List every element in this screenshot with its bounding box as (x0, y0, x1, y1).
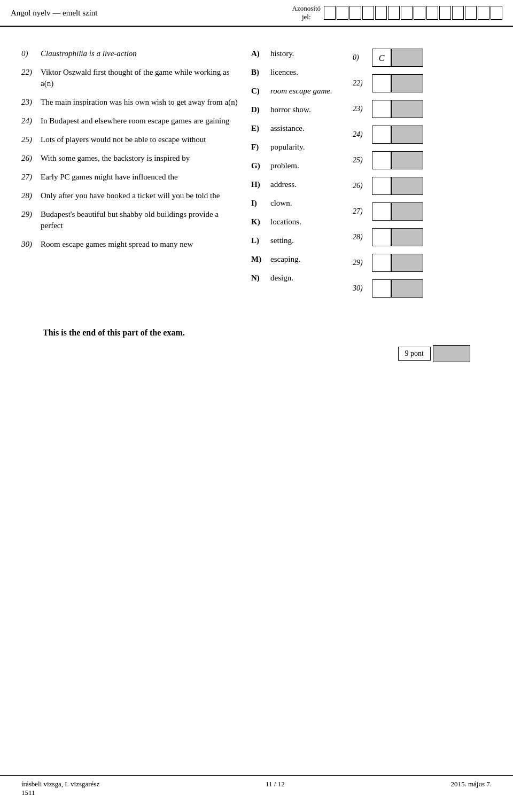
a-text-B: licences. (270, 67, 353, 78)
answer-C: C) room escape game. (251, 85, 353, 97)
answer-boxes-column: 0) C 22) 23) 24) (353, 48, 438, 301)
id-box[interactable] (478, 6, 489, 20)
answer-box-row-24: 24) (353, 125, 438, 144)
question-25: 25) Lots of players would not be able to… (21, 134, 240, 145)
q-text-22: Viktor Oszwald first thought of the game… (41, 67, 240, 89)
answer-box-22[interactable] (372, 74, 391, 92)
id-section: Azonosító jel: (292, 4, 502, 21)
score-gray-box (433, 345, 470, 362)
q-text-28: Only after you have booked a ticket will… (41, 190, 240, 201)
id-box[interactable] (465, 6, 477, 20)
answer-box-label-26: 26) (353, 182, 372, 190)
a-letter-A: A) (251, 48, 270, 59)
answer-G: G) problem. (251, 160, 353, 171)
questions-area: 0) Claustrophilia is a live-action 22) V… (21, 48, 492, 301)
question-0: 0) Claustrophilia is a live-action (21, 48, 240, 59)
id-box[interactable] (491, 6, 502, 20)
answer-box-row-28: 28) (353, 228, 438, 247)
a-letter-K: K) (251, 216, 270, 228)
footer-center: 11 / 12 (266, 780, 285, 797)
header: Angol nyelv — emelt szint Azonosító jel: (0, 0, 513, 27)
answer-box-23[interactable] (372, 100, 391, 118)
answer-box-label-29: 29) (353, 259, 372, 267)
id-box[interactable] (452, 6, 464, 20)
answer-D: D) horror show. (251, 104, 353, 115)
id-box[interactable] (324, 6, 336, 20)
id-box[interactable] (362, 6, 374, 20)
a-text-D: horror show. (270, 104, 353, 115)
answer-F: F) popularity. (251, 142, 353, 153)
answer-box-25-gray (391, 151, 423, 169)
answer-box-label-25: 25) (353, 156, 372, 165)
answer-box-26[interactable] (372, 177, 391, 195)
q-text-30: Room escape games might spread to many n… (41, 239, 240, 250)
q-num-23: 23) (21, 97, 41, 108)
answer-box-row-23: 23) (353, 99, 438, 119)
answer-box-25[interactable] (372, 151, 391, 169)
id-label: Azonosító jel: (292, 4, 321, 21)
answer-box-24[interactable] (372, 126, 391, 144)
q-text-26: With some games, the backstory is inspir… (41, 153, 240, 164)
q-num-29: 29) (21, 209, 41, 231)
footer-left: írásbeli vizsga, I. vizsgarész 1511 (21, 780, 99, 797)
id-box[interactable] (375, 6, 387, 20)
answer-box-row-22: 22) (353, 74, 438, 93)
answer-box-27-gray (391, 202, 423, 221)
a-letter-C: C) (251, 85, 270, 97)
question-29: 29) Budapest's beautiful but shabby old … (21, 209, 240, 231)
answer-A: A) history. (251, 48, 353, 59)
q-num-30: 30) (21, 239, 41, 250)
a-text-A: history. (270, 48, 353, 59)
id-box[interactable] (388, 6, 400, 20)
q-text-29: Budapest's beautiful but shabby old buil… (41, 209, 240, 231)
id-boxes (324, 6, 502, 20)
answer-box-label-22: 22) (353, 79, 372, 88)
a-letter-E: E) (251, 123, 270, 134)
q-text-23: The main inspiration was his own wish to… (41, 97, 240, 108)
end-text: This is the end of this part of the exam… (21, 323, 492, 343)
a-letter-D: D) (251, 104, 270, 115)
q-text-25: Lots of players would not be able to esc… (41, 134, 240, 145)
id-box[interactable] (337, 6, 348, 20)
q-num-28: 28) (21, 190, 41, 201)
answer-box-row-26: 26) (353, 176, 438, 196)
a-letter-M: M) (251, 254, 270, 265)
answer-H: H) address. (251, 179, 353, 190)
question-23: 23) The main inspiration was his own wis… (21, 97, 240, 108)
main-content: 0) Claustrophilia is a live-action 22) V… (0, 27, 513, 373)
answer-B: B) licences. (251, 67, 353, 78)
q-num-25: 25) (21, 134, 41, 145)
answers-column: A) history. B) licences. C) room escape … (246, 48, 353, 301)
a-text-N: design. (270, 272, 353, 284)
q-num-24: 24) (21, 115, 41, 127)
id-box[interactable] (349, 6, 361, 20)
id-box[interactable] (426, 6, 438, 20)
answer-box-30[interactable] (372, 279, 391, 298)
answer-box-29[interactable] (372, 254, 391, 272)
answer-box-29-gray (391, 254, 423, 272)
a-letter-I: I) (251, 198, 270, 209)
answer-box-row-29: 29) (353, 253, 438, 272)
a-letter-L: L) (251, 235, 270, 246)
id-box[interactable] (414, 6, 425, 20)
question-28: 28) Only after you have booked a ticket … (21, 190, 240, 201)
a-text-E: assistance. (270, 123, 353, 134)
answer-box-label-24: 24) (353, 130, 372, 139)
answer-box-label-27: 27) (353, 207, 372, 216)
a-text-C: room escape game. (270, 85, 353, 97)
answer-box-row-27: 27) (353, 202, 438, 221)
q-text-27: Early PC games might have influenced the (41, 171, 240, 183)
question-24: 24) In Budapest and elsewhere room escap… (21, 115, 240, 127)
q-num-0: 0) (21, 48, 41, 59)
answer-box-27[interactable] (372, 202, 391, 221)
q-text-0: Claustrophilia is a live-action (41, 48, 240, 59)
q-text-24: In Budapest and elsewhere room escape ga… (41, 115, 240, 127)
id-box[interactable] (401, 6, 413, 20)
answer-box-28[interactable] (372, 228, 391, 246)
answer-box-row-25: 25) (353, 151, 438, 170)
a-text-H: address. (270, 179, 353, 190)
answer-box-0-filled: C (372, 49, 391, 67)
answer-box-label-0: 0) (353, 53, 372, 62)
answer-box-24-gray (391, 126, 423, 144)
id-box[interactable] (439, 6, 451, 20)
